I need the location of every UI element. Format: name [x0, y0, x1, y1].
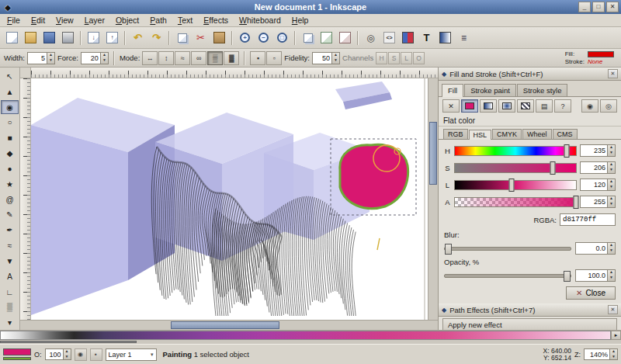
zoom-tool[interactable]: ○ [1, 115, 19, 130]
opacity-value[interactable]: 100.0 [576, 270, 607, 281]
redo-button[interactable]: ↷ [147, 29, 165, 47]
slider-spinner-h[interactable]: 235▲▼ [580, 144, 616, 157]
drawing-area[interactable] [31, 78, 428, 320]
blur-spin-arrows[interactable]: ▲▼ [607, 243, 615, 254]
unlink-clone-button[interactable] [336, 29, 354, 47]
palette-menu-button[interactable]: ▸ [611, 331, 621, 340]
close-button[interactable]: ✕ [606, 2, 619, 12]
star-tool[interactable]: ★ [1, 177, 19, 192]
opacity-slider[interactable] [444, 274, 571, 278]
path-effects-header[interactable]: ◆ Path Effects (Shift+Ctrl+7) ✕ [439, 303, 621, 317]
gradient-dialog-button[interactable] [436, 29, 454, 47]
channel-o-button[interactable]: O [413, 52, 425, 64]
indicator-fill-swatch[interactable] [588, 51, 614, 57]
tweak-mode-roughen[interactable]: ∞ [191, 51, 206, 65]
menu-effects[interactable]: Effects [198, 14, 234, 26]
object-opacity-arrows[interactable]: ▲▼ [63, 349, 71, 359]
rect-tool[interactable]: ■ [1, 130, 19, 145]
xml-editor-button[interactable]: <> [380, 29, 398, 47]
save-document-button[interactable] [40, 29, 58, 47]
text-dialog-button[interactable]: T [418, 29, 435, 47]
rgba-input[interactable] [560, 213, 616, 226]
menu-help[interactable]: Help [286, 14, 314, 26]
force-spinner[interactable]: 20 ▲▼ [81, 52, 109, 64]
channel-l-button[interactable]: L [401, 52, 412, 64]
vertical-scrollbar-thumb[interactable] [429, 122, 437, 185]
paint-swatch-button[interactable]: ▤ [536, 99, 553, 113]
blur-spinner[interactable]: 0.0 ▲▼ [575, 242, 616, 255]
palette-scrollbar-thumb[interactable] [0, 341, 137, 343]
color-tab-hsl[interactable]: HSL [469, 130, 492, 140]
paste-button[interactable] [210, 29, 228, 47]
layer-selector[interactable]: Layer 1 ▾ [106, 348, 157, 361]
fill-stroke-swatch-widget[interactable] [3, 348, 31, 360]
menu-whiteboard[interactable]: Whiteboard [234, 14, 286, 26]
zoom-value[interactable]: 140% [585, 349, 609, 359]
palette-scrollbar[interactable] [0, 340, 621, 344]
node-tool[interactable]: ▲ [1, 85, 19, 99]
tweak-mode-paint-color[interactable]: ▒ [207, 51, 223, 65]
tab-fill[interactable]: Fill [442, 84, 463, 97]
slider-spinner-l[interactable]: 120▲▼ [580, 179, 616, 191]
box3d-small[interactable] [335, 81, 392, 109]
horizontal-scrollbar-thumb[interactable] [171, 321, 279, 329]
copy-button[interactable] [173, 29, 191, 47]
channel-h-button[interactable]: H [376, 52, 387, 64]
paint-radial-gradient-button[interactable] [498, 99, 515, 113]
menu-file[interactable]: File [2, 14, 26, 26]
color-tab-cmyk[interactable]: CMYK [492, 129, 522, 139]
slider-thumb-s[interactable] [550, 161, 556, 175]
text-tool[interactable]: A [1, 269, 19, 284]
ellipse-tool[interactable]: ● [1, 161, 19, 176]
box3d-tool[interactable]: ◆ [1, 146, 19, 161]
fill-stroke-dialog-button[interactable] [399, 29, 417, 47]
menu-path[interactable]: Path [144, 14, 172, 26]
minimize-button[interactable]: _ [578, 2, 591, 12]
palette-strip[interactable] [0, 331, 611, 340]
fidelity-spin-arrows[interactable]: ▲▼ [331, 53, 339, 64]
zoom-page-button[interactable]: □ [273, 29, 291, 47]
color-tab-cms[interactable]: CMS [553, 129, 578, 139]
slider-arrows-l[interactable]: ▲▼ [607, 179, 615, 190]
import-document-button[interactable]: ↓ [85, 29, 102, 47]
fidelity-spinner[interactable]: 50 ▲▼ [312, 52, 340, 64]
opacity-spinner[interactable]: 100.0 ▲▼ [575, 269, 616, 282]
cut-button[interactable]: ✂ [192, 29, 210, 47]
width-spinner[interactable]: 5 ▲▼ [27, 52, 55, 64]
slider-track-s[interactable] [454, 163, 577, 173]
vertical-ruler[interactable] [20, 78, 31, 320]
slider-arrows-h[interactable]: ▲▼ [607, 145, 615, 156]
open-document-button[interactable] [22, 29, 40, 47]
channel-s-button[interactable]: S [388, 52, 400, 64]
create-clone-button[interactable] [317, 29, 335, 47]
zoom-in-button[interactable]: + [236, 29, 254, 47]
tweak-fidelity-a[interactable]: ▪ [250, 51, 265, 65]
align-dialog-button[interactable]: ≡ [455, 29, 473, 47]
blur-slider[interactable] [444, 247, 571, 251]
slider-value-s[interactable]: 206 [581, 162, 607, 173]
layer-visibility-icon[interactable]: ◉ [75, 348, 87, 361]
new-document-button[interactable] [3, 29, 21, 47]
horizontal-scrollbar[interactable] [20, 320, 438, 330]
slider-value-a[interactable]: 255 [581, 196, 607, 207]
zoom-out-button[interactable]: − [255, 29, 272, 47]
paint-unknown-button[interactable]: ? [554, 99, 571, 113]
opacity-spin-arrows[interactable]: ▲▼ [607, 270, 615, 281]
paint-flat-color-button[interactable] [461, 99, 478, 113]
connector-tool[interactable]: ∟ [1, 285, 19, 300]
paint-linear-gradient-button[interactable] [480, 99, 497, 113]
slider-track-l[interactable] [454, 180, 577, 190]
fill-stroke-header[interactable]: ◆ Fill and Stroke (Shift+Ctrl+F) ✕ [439, 68, 621, 81]
dropper-tool[interactable]: ▾ [1, 315, 19, 330]
duplicate-button[interactable] [299, 29, 317, 47]
apply-new-effect-button[interactable]: Apply new effect [442, 318, 617, 330]
find-button[interactable]: ◎ [362, 29, 380, 47]
fill-swatch[interactable] [3, 348, 31, 355]
spiral-tool[interactable]: @ [1, 192, 19, 207]
slider-value-h[interactable]: 235 [581, 145, 607, 156]
slider-arrows-a[interactable]: ▲▼ [607, 196, 615, 207]
slider-spinner-a[interactable]: 255▲▼ [580, 196, 616, 208]
paint-none-button[interactable]: ✕ [442, 99, 460, 113]
menu-edit[interactable]: Edit [26, 14, 50, 26]
menu-object[interactable]: Object [110, 14, 144, 26]
